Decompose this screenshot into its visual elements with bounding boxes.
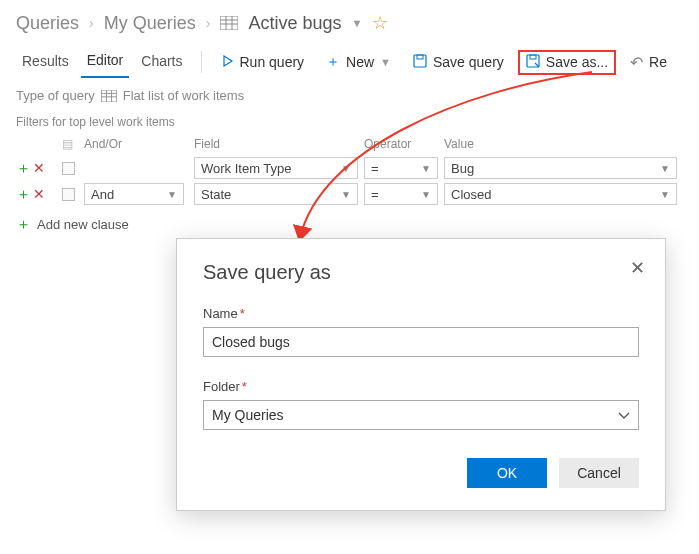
remove-clause-icon[interactable]: ✕ xyxy=(33,186,45,202)
query-type-bar: Type of query Flat list of work items xyxy=(0,78,699,109)
tab-charts[interactable]: Charts xyxy=(135,47,188,77)
name-label: Name* xyxy=(203,306,639,321)
chevron-down-icon: ▼ xyxy=(380,56,391,68)
filters-title: Filters for top level work items xyxy=(0,109,699,133)
value-text: Closed xyxy=(451,187,491,202)
undo-icon: ↶ xyxy=(630,53,643,72)
save-query-label: Save query xyxy=(433,54,504,70)
field-select[interactable]: Work Item Type ▼ xyxy=(194,157,358,179)
add-clause-icon[interactable]: ＋ xyxy=(16,159,31,178)
save-as-icon xyxy=(526,54,540,71)
header-field: Field xyxy=(194,137,364,151)
run-query-button[interactable]: Run query xyxy=(214,50,313,74)
andor-value: And xyxy=(91,187,114,202)
chevron-down-icon[interactable]: ▼ xyxy=(351,17,362,29)
svg-rect-9 xyxy=(101,90,116,102)
save-icon xyxy=(413,54,427,71)
chevron-down-icon: ▼ xyxy=(341,189,351,200)
operator-value: = xyxy=(371,187,379,202)
save-as-label: Save as... xyxy=(546,54,608,70)
folder-label: Folder* xyxy=(203,379,639,394)
filter-row: ＋ ✕ And ▼ State ▼ = ▼ Closed ▼ xyxy=(16,181,683,207)
close-icon[interactable]: ✕ xyxy=(630,257,645,279)
star-icon[interactable]: ☆ xyxy=(372,12,388,34)
separator xyxy=(201,51,202,73)
run-query-label: Run query xyxy=(240,54,305,70)
folder-select[interactable]: My Queries xyxy=(203,400,639,430)
filters-header-row: ▤ And/Or Field Operator Value xyxy=(16,133,683,155)
tab-editor[interactable]: Editor xyxy=(81,46,130,78)
header-value: Value xyxy=(444,137,683,151)
chevron-down-icon: ▼ xyxy=(421,163,431,174)
field-value: Work Item Type xyxy=(201,161,292,176)
required-asterisk: * xyxy=(240,306,245,321)
revert-label: Re xyxy=(649,54,667,70)
value-select[interactable]: Bug ▼ xyxy=(444,157,677,179)
header-andor: And/Or xyxy=(84,137,194,151)
value-text: Bug xyxy=(451,161,474,176)
add-clause-icon[interactable]: ＋ xyxy=(16,185,31,204)
add-new-clause-button[interactable]: ＋ Add new clause xyxy=(0,207,699,242)
chevron-down-icon: ▼ xyxy=(660,189,670,200)
play-icon xyxy=(222,54,234,70)
add-clause-label: Add new clause xyxy=(37,217,129,232)
breadcrumb-current[interactable]: Active bugs xyxy=(248,13,341,34)
chevron-down-icon: ▼ xyxy=(341,163,351,174)
dialog-title: Save query as xyxy=(203,261,639,284)
list-header-icon: ▤ xyxy=(62,137,73,151)
breadcrumb-separator: › xyxy=(89,15,94,31)
tab-results[interactable]: Results xyxy=(16,47,75,77)
chevron-down-icon xyxy=(618,407,630,423)
value-select[interactable]: Closed ▼ xyxy=(444,183,677,205)
field-select[interactable]: State ▼ xyxy=(194,183,358,205)
chevron-down-icon: ▼ xyxy=(660,163,670,174)
chevron-down-icon: ▼ xyxy=(421,189,431,200)
row-checkbox[interactable] xyxy=(62,188,75,201)
svg-rect-5 xyxy=(414,55,426,67)
andor-select[interactable]: And ▼ xyxy=(84,183,184,205)
save-query-button[interactable]: Save query xyxy=(405,50,512,75)
field-value: State xyxy=(201,187,231,202)
name-label-text: Name xyxy=(203,306,238,321)
required-asterisk: * xyxy=(242,379,247,394)
breadcrumb-separator: › xyxy=(206,15,211,31)
filter-row: ＋ ✕ Work Item Type ▼ = ▼ Bug ▼ xyxy=(16,155,683,181)
filters-grid: ▤ And/Or Field Operator Value ＋ ✕ Work I… xyxy=(0,133,699,207)
folder-label-text: Folder xyxy=(203,379,240,394)
operator-value: = xyxy=(371,161,379,176)
save-query-as-dialog: Save query as ✕ Name* Folder* My Queries… xyxy=(176,238,666,511)
remove-clause-icon[interactable]: ✕ xyxy=(33,160,45,176)
new-label: New xyxy=(346,54,374,70)
save-as-button[interactable]: Save as... xyxy=(518,50,616,75)
row-checkbox[interactable] xyxy=(62,162,75,175)
operator-select[interactable]: = ▼ xyxy=(364,183,438,205)
revert-button[interactable]: ↶ Re xyxy=(622,49,675,76)
cancel-button[interactable]: Cancel xyxy=(559,458,639,488)
plus-icon: ＋ xyxy=(16,215,31,234)
new-button[interactable]: ＋ New ▼ xyxy=(318,49,399,75)
dialog-button-row: OK Cancel xyxy=(203,458,639,488)
header-operator: Operator xyxy=(364,137,444,151)
query-type-label: Type of query xyxy=(16,88,95,103)
breadcrumb-my-queries[interactable]: My Queries xyxy=(104,13,196,34)
operator-select[interactable]: = ▼ xyxy=(364,157,438,179)
breadcrumb-root[interactable]: Queries xyxy=(16,13,79,34)
list-icon xyxy=(220,16,238,30)
ok-button[interactable]: OK xyxy=(467,458,547,488)
toolbar: Results Editor Charts Run query ＋ New ▼ … xyxy=(0,42,699,78)
query-type-mode: Flat list of work items xyxy=(123,88,244,103)
plus-icon: ＋ xyxy=(326,53,340,71)
list-icon[interactable] xyxy=(101,90,117,102)
name-input[interactable] xyxy=(203,327,639,357)
folder-value: My Queries xyxy=(212,407,284,423)
chevron-down-icon: ▼ xyxy=(167,189,177,200)
svg-rect-0 xyxy=(220,16,238,30)
breadcrumb: Queries › My Queries › Active bugs ▼ ☆ xyxy=(0,0,699,42)
